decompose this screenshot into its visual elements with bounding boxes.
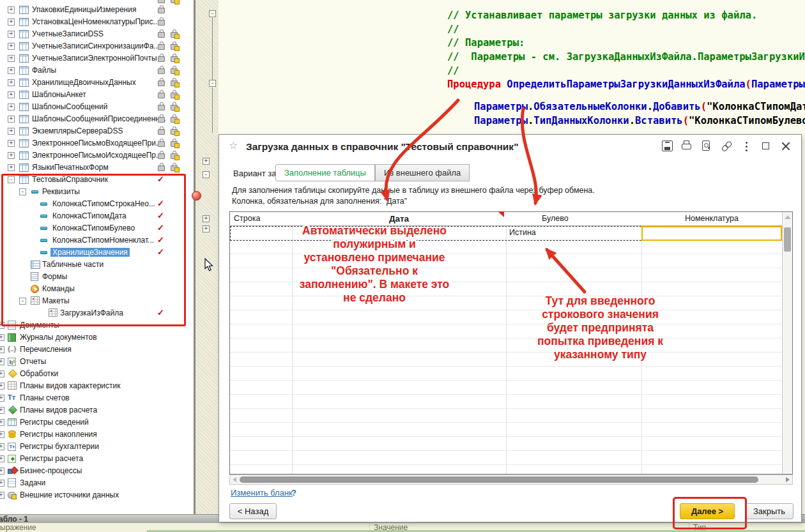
expand-toggle-icon[interactable]: + [8,55,15,62]
tree-item[interactable]: + ШаблоныСообщенийПрисоединенн... [0,113,181,125]
vertical-scroll-thumb[interactable] [784,227,791,252]
fold-expand-icon[interactable]: + [203,215,210,222]
tree-item[interactable]: + Регистры сведений [0,416,181,429]
expand-toggle-icon[interactable]: + [0,455,4,462]
more-icon[interactable] [740,140,753,152]
tree-item[interactable]: + ЭлектронноеПисьмоВходящееПри... [0,137,181,149]
expand-toggle-icon[interactable]: + [8,31,15,38]
expand-toggle-icon[interactable]: + [8,152,15,159]
expand-toggle-icon[interactable]: + [8,67,15,74]
tree-item[interactable]: + Регистры бухгалтерии [0,441,181,453]
close-icon[interactable] [780,140,792,152]
expand-toggle-icon[interactable]: + [8,103,15,110]
load-variant-option[interactable]: Заполнение таблицы [275,164,375,181]
tree-item[interactable]: + УчетныеЗаписиЭлектроннойПочты [0,52,181,65]
expand-toggle-icon[interactable]: + [8,6,15,13]
tree-item[interactable]: + Регистры расчета [0,453,181,465]
expand-toggle-icon[interactable]: + [0,407,4,414]
expand-toggle-icon[interactable]: + [0,358,4,365]
close-button[interactable]: Закрыть [745,503,793,519]
expand-toggle-icon[interactable]: + [0,370,4,377]
column-header[interactable]: Дата [292,212,506,226]
column-header[interactable]: Номенклатура [641,212,782,226]
table-horizontal-scrollbar[interactable] [229,475,793,485]
preview-icon[interactable] [701,140,713,152]
scroll-right-icon[interactable] [786,477,790,482]
lock-icon [158,93,165,98]
fold-collapse-icon[interactable]: - [203,171,210,178]
expand-toggle-icon[interactable]: + [0,431,4,438]
lock-extension-icon [171,44,178,50]
expand-toggle-icon[interactable]: + [8,91,15,98]
panel-splitter[interactable] [194,0,195,514]
dialog-title: Загрузка данных в справочник "Тестовый с… [246,141,518,153]
tree-item[interactable]: + УчетныеЗаписиСинхронизацииФа... [0,40,181,52]
expand-toggle-icon[interactable]: + [0,334,4,341]
print-icon[interactable] [681,140,693,152]
expand-toggle-icon[interactable]: + [0,383,4,390]
tree-item[interactable]: + УчетныеЗаписиDSS [0,28,181,40]
favorite-star-icon[interactable]: ☆ [229,139,238,151]
help-icon[interactable]: ? [291,488,296,498]
tree-item[interactable]: + ХранилищеДвоичныхДанных [0,77,181,89]
tree-item[interactable]: + УстановкаЦенНоменклатурыПрис... [0,16,181,28]
fold-collapse-icon[interactable]: - [209,80,216,87]
required-column-text: Колонка, обязательная для заполнения: "Д… [232,197,407,206]
column-header[interactable]: Булево [506,212,641,226]
tree-item[interactable]: + Регистры накопления [0,429,181,441]
tree-item[interactable]: + Обработки [0,368,181,380]
tree-item-icon [8,381,17,390]
focused-cell-input[interactable] [641,226,782,241]
expand-toggle-icon[interactable]: + [0,467,4,475]
tree-item[interactable]: + Перечисления [0,344,181,356]
fold-expand-icon[interactable]: + [203,225,210,232]
tree-item[interactable]: + Внешние источники данных [0,489,181,501]
scroll-up-icon[interactable] [785,215,791,219]
expand-toggle-icon[interactable]: + [8,19,15,26]
back-button[interactable]: < Назад [229,503,277,519]
expand-toggle-icon[interactable]: + [0,346,4,353]
tree-item[interactable]: + Планы видов характеристик [0,380,181,392]
column-header[interactable]: Строка [230,212,292,226]
link-icon[interactable] [718,137,735,155]
fold-expand-icon[interactable]: + [203,158,210,165]
tree-item[interactable]: + Бизнес-процессы [0,465,181,477]
tree-item[interactable]: + Планы видов расчета [0,404,181,416]
tree-item[interactable]: + Задачи [0,477,181,489]
horizontal-scroll-thumb[interactable] [240,476,758,483]
save-icon[interactable] [661,140,673,152]
tree-item[interactable]: + ЭлектронноеПисьмоИсходящееПр... [0,149,181,162]
scroll-left-icon[interactable] [233,477,236,482]
expand-toggle-icon[interactable]: + [8,140,15,147]
expand-toggle-icon[interactable]: + [0,419,4,426]
expand-toggle-icon[interactable]: + [8,79,15,86]
load-variant-switch: Заполнение таблицы Из внешнего файла [275,164,470,181]
tree-item[interactable]: + ШаблоныСообщений [0,101,181,113]
data-table[interactable]: СтрокаДатаБулевоНоменклатура Истина [229,211,793,475]
expand-toggle-icon[interactable]: + [0,480,4,487]
tree-item[interactable]: + ЯзыкиПечатныхФорм [0,162,181,174]
boolean-cell-value[interactable]: Истина [509,228,536,237]
load-variant-option[interactable]: Из внешнего файла [375,164,470,181]
edit-form-link[interactable]: Изменить бланк [231,488,293,498]
tree-item[interactable]: + Планы счетов [0,392,181,404]
expand-toggle-icon[interactable]: + [8,128,15,135]
maximize-icon[interactable] [760,140,772,152]
tree-item[interactable]: + Журналы документов [0,331,181,344]
tree-item[interactable]: + УпаковкиЕдиницыИзмерения [0,4,181,16]
tree-item[interactable]: + ШаблоныАнкет [0,89,181,101]
lock-icon [158,165,165,171]
expand-toggle-icon[interactable]: + [8,164,15,171]
expand-toggle-icon[interactable]: + [0,395,4,402]
breakpoint-marker[interactable] [192,191,201,201]
fold-line [212,87,213,133]
tree-item[interactable]: + Отчеты [0,356,181,368]
table-vertical-scrollbar[interactable] [782,212,792,474]
tree-item[interactable]: + Файлы [0,65,181,77]
expand-toggle-icon[interactable]: + [8,43,15,50]
tree-item[interactable]: + ЭкземплярыСервераDSS [0,125,181,137]
fold-collapse-icon[interactable]: - [209,10,216,17]
expand-toggle-icon[interactable]: + [0,443,4,450]
expand-toggle-icon[interactable]: + [0,492,4,499]
expand-toggle-icon[interactable]: + [8,116,15,123]
